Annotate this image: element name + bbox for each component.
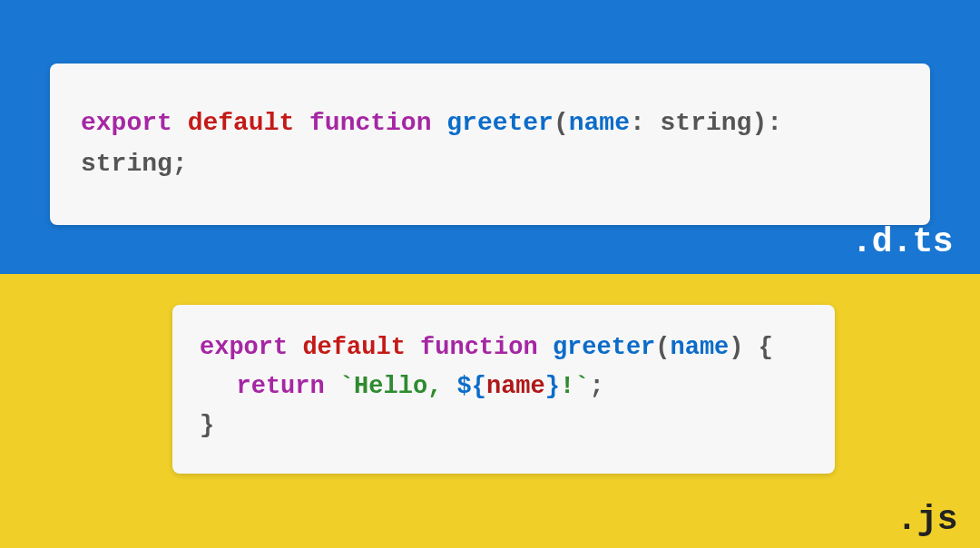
return-type: string	[81, 150, 172, 178]
param-name: name	[671, 334, 730, 361]
param-name: name	[569, 109, 630, 137]
template-var: name	[486, 373, 545, 400]
paren-close-brace: ) {	[729, 334, 773, 361]
template-literal-start: `Hello,	[339, 373, 457, 400]
dts-label: .d.ts	[851, 222, 953, 261]
dts-code-box: export default function greeter(name: st…	[50, 64, 930, 225]
keyword-function: function	[309, 109, 446, 137]
paren-open: (	[554, 109, 569, 137]
keyword-export: export	[200, 334, 302, 361]
paren-close-colon: ):	[751, 109, 782, 137]
template-expr-close: }	[545, 373, 560, 400]
keyword-export: export	[81, 109, 188, 137]
template-literal-end: !`	[560, 373, 589, 400]
type-string: string	[661, 109, 752, 137]
dts-section: export default function greeter(name: st…	[0, 0, 980, 274]
js-code-line-1: export default function greeter(name) {	[200, 328, 808, 367]
keyword-return: return	[237, 373, 339, 400]
brace-close: }	[200, 412, 214, 439]
keyword-function: function	[420, 334, 553, 361]
keyword-default: default	[302, 334, 420, 361]
js-code-line-2: return `Hello, ${name}!`;	[200, 367, 808, 406]
paren-open: (	[655, 334, 670, 361]
function-name: greeter	[553, 334, 655, 361]
js-code-line-3: }	[200, 406, 808, 445]
template-expr-open: ${	[457, 373, 486, 400]
semicolon: ;	[589, 373, 603, 400]
colon: :	[630, 109, 661, 137]
js-section: export default function greeter(name) { …	[0, 274, 980, 548]
js-code-box: export default function greeter(name) { …	[172, 305, 835, 474]
js-label: .js	[897, 500, 957, 539]
semicolon: ;	[172, 150, 188, 178]
dts-code-line: export default function greeter(name: st…	[81, 103, 899, 185]
function-name: greeter	[446, 109, 554, 137]
keyword-default: default	[188, 109, 309, 137]
